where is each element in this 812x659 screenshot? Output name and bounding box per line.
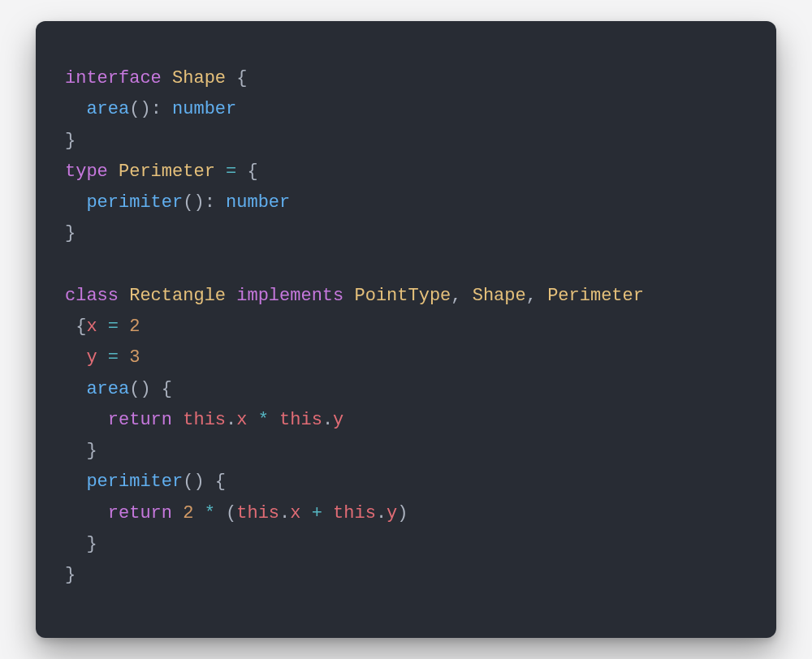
keyword-class: class — [65, 286, 119, 306]
type-number: number — [172, 99, 236, 119]
method-perimiter: perimiter — [86, 192, 183, 213]
this-keyword: this — [183, 410, 226, 430]
type-shape: Shape — [172, 68, 226, 88]
type-pointtype: PointType — [354, 286, 451, 306]
code-card: interface Shape { area(): number } type … — [36, 21, 776, 638]
literal-2: 2 — [129, 317, 140, 337]
method-area: area — [86, 99, 129, 119]
this-keyword: this — [236, 503, 279, 523]
keyword-implements: implements — [236, 286, 343, 306]
this-keyword: this — [333, 503, 376, 523]
method-perimiter-impl: perimiter — [86, 472, 183, 492]
literal-2b: 2 — [183, 503, 193, 523]
type-shape-ref: Shape — [473, 286, 526, 306]
this-keyword: this — [279, 410, 322, 430]
keyword-return: return — [108, 503, 172, 523]
method-area-impl: area — [86, 379, 129, 399]
prop-y: y — [86, 347, 97, 368]
type-rectangle: Rectangle — [129, 286, 226, 306]
type-perimeter: Perimeter — [119, 162, 215, 182]
keyword-interface: interface — [65, 68, 162, 88]
type-perimeter-ref: Perimeter — [547, 286, 644, 306]
literal-3: 3 — [129, 347, 140, 368]
prop-x: x — [86, 317, 97, 337]
keyword-return: return — [108, 410, 172, 430]
code-block: interface Shape { area(): number } type … — [65, 63, 747, 592]
keyword-type: type — [65, 162, 108, 182]
type-number: number — [226, 192, 290, 213]
